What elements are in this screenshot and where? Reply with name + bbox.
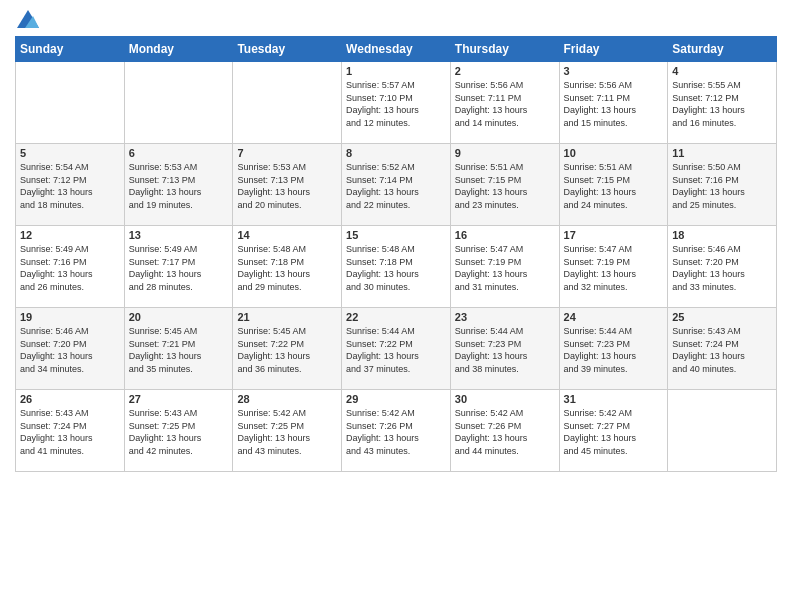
day-cell: 1Sunrise: 5:57 AM Sunset: 7:10 PM Daylig…: [342, 62, 451, 144]
day-number: 2: [455, 65, 555, 77]
page: SundayMondayTuesdayWednesdayThursdayFrid…: [0, 0, 792, 487]
day-info: Sunrise: 5:55 AM Sunset: 7:12 PM Dayligh…: [672, 79, 772, 129]
day-cell: [16, 62, 125, 144]
day-number: 14: [237, 229, 337, 241]
day-info: Sunrise: 5:43 AM Sunset: 7:24 PM Dayligh…: [20, 407, 120, 457]
day-info: Sunrise: 5:49 AM Sunset: 7:16 PM Dayligh…: [20, 243, 120, 293]
day-cell: 17Sunrise: 5:47 AM Sunset: 7:19 PM Dayli…: [559, 226, 668, 308]
day-info: Sunrise: 5:43 AM Sunset: 7:25 PM Dayligh…: [129, 407, 229, 457]
day-number: 19: [20, 311, 120, 323]
day-cell: [124, 62, 233, 144]
day-cell: 9Sunrise: 5:51 AM Sunset: 7:15 PM Daylig…: [450, 144, 559, 226]
day-number: 20: [129, 311, 229, 323]
week-row-2: 5Sunrise: 5:54 AM Sunset: 7:12 PM Daylig…: [16, 144, 777, 226]
day-info: Sunrise: 5:53 AM Sunset: 7:13 PM Dayligh…: [237, 161, 337, 211]
day-number: 4: [672, 65, 772, 77]
day-cell: 3Sunrise: 5:56 AM Sunset: 7:11 PM Daylig…: [559, 62, 668, 144]
day-info: Sunrise: 5:44 AM Sunset: 7:22 PM Dayligh…: [346, 325, 446, 375]
week-row-1: 1Sunrise: 5:57 AM Sunset: 7:10 PM Daylig…: [16, 62, 777, 144]
day-number: 18: [672, 229, 772, 241]
day-number: 6: [129, 147, 229, 159]
day-info: Sunrise: 5:53 AM Sunset: 7:13 PM Dayligh…: [129, 161, 229, 211]
day-info: Sunrise: 5:42 AM Sunset: 7:26 PM Dayligh…: [455, 407, 555, 457]
day-info: Sunrise: 5:57 AM Sunset: 7:10 PM Dayligh…: [346, 79, 446, 129]
day-cell: 13Sunrise: 5:49 AM Sunset: 7:17 PM Dayli…: [124, 226, 233, 308]
day-number: 15: [346, 229, 446, 241]
day-cell: 21Sunrise: 5:45 AM Sunset: 7:22 PM Dayli…: [233, 308, 342, 390]
day-info: Sunrise: 5:42 AM Sunset: 7:26 PM Dayligh…: [346, 407, 446, 457]
day-info: Sunrise: 5:54 AM Sunset: 7:12 PM Dayligh…: [20, 161, 120, 211]
day-number: 7: [237, 147, 337, 159]
day-number: 27: [129, 393, 229, 405]
day-info: Sunrise: 5:49 AM Sunset: 7:17 PM Dayligh…: [129, 243, 229, 293]
day-number: 29: [346, 393, 446, 405]
day-cell: 8Sunrise: 5:52 AM Sunset: 7:14 PM Daylig…: [342, 144, 451, 226]
day-cell: 2Sunrise: 5:56 AM Sunset: 7:11 PM Daylig…: [450, 62, 559, 144]
week-row-3: 12Sunrise: 5:49 AM Sunset: 7:16 PM Dayli…: [16, 226, 777, 308]
day-number: 3: [564, 65, 664, 77]
day-info: Sunrise: 5:47 AM Sunset: 7:19 PM Dayligh…: [564, 243, 664, 293]
day-cell: 7Sunrise: 5:53 AM Sunset: 7:13 PM Daylig…: [233, 144, 342, 226]
day-cell: 14Sunrise: 5:48 AM Sunset: 7:18 PM Dayli…: [233, 226, 342, 308]
header: [15, 10, 777, 28]
day-number: 25: [672, 311, 772, 323]
day-info: Sunrise: 5:51 AM Sunset: 7:15 PM Dayligh…: [564, 161, 664, 211]
day-number: 8: [346, 147, 446, 159]
day-number: 24: [564, 311, 664, 323]
day-cell: 31Sunrise: 5:42 AM Sunset: 7:27 PM Dayli…: [559, 390, 668, 472]
weekday-thursday: Thursday: [450, 37, 559, 62]
day-cell: 11Sunrise: 5:50 AM Sunset: 7:16 PM Dayli…: [668, 144, 777, 226]
logo: [15, 10, 39, 28]
day-info: Sunrise: 5:56 AM Sunset: 7:11 PM Dayligh…: [564, 79, 664, 129]
day-number: 5: [20, 147, 120, 159]
day-info: Sunrise: 5:45 AM Sunset: 7:21 PM Dayligh…: [129, 325, 229, 375]
day-number: 17: [564, 229, 664, 241]
day-number: 31: [564, 393, 664, 405]
day-cell: 23Sunrise: 5:44 AM Sunset: 7:23 PM Dayli…: [450, 308, 559, 390]
day-number: 21: [237, 311, 337, 323]
day-cell: 26Sunrise: 5:43 AM Sunset: 7:24 PM Dayli…: [16, 390, 125, 472]
weekday-monday: Monday: [124, 37, 233, 62]
day-info: Sunrise: 5:42 AM Sunset: 7:27 PM Dayligh…: [564, 407, 664, 457]
day-info: Sunrise: 5:42 AM Sunset: 7:25 PM Dayligh…: [237, 407, 337, 457]
day-cell: 22Sunrise: 5:44 AM Sunset: 7:22 PM Dayli…: [342, 308, 451, 390]
day-info: Sunrise: 5:46 AM Sunset: 7:20 PM Dayligh…: [20, 325, 120, 375]
day-cell: 6Sunrise: 5:53 AM Sunset: 7:13 PM Daylig…: [124, 144, 233, 226]
day-cell: 18Sunrise: 5:46 AM Sunset: 7:20 PM Dayli…: [668, 226, 777, 308]
day-info: Sunrise: 5:50 AM Sunset: 7:16 PM Dayligh…: [672, 161, 772, 211]
day-info: Sunrise: 5:47 AM Sunset: 7:19 PM Dayligh…: [455, 243, 555, 293]
day-info: Sunrise: 5:43 AM Sunset: 7:24 PM Dayligh…: [672, 325, 772, 375]
day-info: Sunrise: 5:46 AM Sunset: 7:20 PM Dayligh…: [672, 243, 772, 293]
weekday-header-row: SundayMondayTuesdayWednesdayThursdayFrid…: [16, 37, 777, 62]
weekday-friday: Friday: [559, 37, 668, 62]
day-number: 11: [672, 147, 772, 159]
day-cell: 12Sunrise: 5:49 AM Sunset: 7:16 PM Dayli…: [16, 226, 125, 308]
day-cell: 29Sunrise: 5:42 AM Sunset: 7:26 PM Dayli…: [342, 390, 451, 472]
day-cell: 20Sunrise: 5:45 AM Sunset: 7:21 PM Dayli…: [124, 308, 233, 390]
day-number: 1: [346, 65, 446, 77]
week-row-4: 19Sunrise: 5:46 AM Sunset: 7:20 PM Dayli…: [16, 308, 777, 390]
day-cell: 4Sunrise: 5:55 AM Sunset: 7:12 PM Daylig…: [668, 62, 777, 144]
day-number: 23: [455, 311, 555, 323]
day-info: Sunrise: 5:52 AM Sunset: 7:14 PM Dayligh…: [346, 161, 446, 211]
day-number: 12: [20, 229, 120, 241]
day-number: 30: [455, 393, 555, 405]
day-cell: 24Sunrise: 5:44 AM Sunset: 7:23 PM Dayli…: [559, 308, 668, 390]
day-info: Sunrise: 5:44 AM Sunset: 7:23 PM Dayligh…: [455, 325, 555, 375]
day-cell: [668, 390, 777, 472]
day-number: 13: [129, 229, 229, 241]
day-cell: [233, 62, 342, 144]
logo-icon: [17, 10, 39, 28]
weekday-tuesday: Tuesday: [233, 37, 342, 62]
calendar: SundayMondayTuesdayWednesdayThursdayFrid…: [15, 36, 777, 472]
weekday-saturday: Saturday: [668, 37, 777, 62]
day-cell: 27Sunrise: 5:43 AM Sunset: 7:25 PM Dayli…: [124, 390, 233, 472]
week-row-5: 26Sunrise: 5:43 AM Sunset: 7:24 PM Dayli…: [16, 390, 777, 472]
day-number: 16: [455, 229, 555, 241]
day-cell: 16Sunrise: 5:47 AM Sunset: 7:19 PM Dayli…: [450, 226, 559, 308]
day-number: 28: [237, 393, 337, 405]
day-number: 22: [346, 311, 446, 323]
day-cell: 10Sunrise: 5:51 AM Sunset: 7:15 PM Dayli…: [559, 144, 668, 226]
day-cell: 30Sunrise: 5:42 AM Sunset: 7:26 PM Dayli…: [450, 390, 559, 472]
day-cell: 25Sunrise: 5:43 AM Sunset: 7:24 PM Dayli…: [668, 308, 777, 390]
